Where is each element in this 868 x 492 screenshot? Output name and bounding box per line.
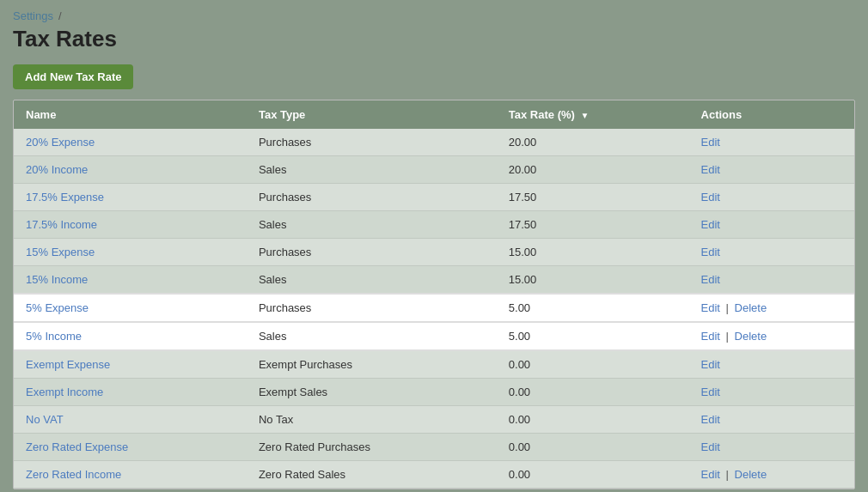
cell-actions: Edit [689,350,854,379]
table-row: 15% ExpensePurchases15.00Edit [14,239,854,266]
cell-tax-type: Zero Rated Purchases [247,434,497,461]
tax-rate-name-link[interactable]: 20% Expense [26,136,95,149]
tax-rates-table-container: Name Tax Type Tax Rate (%) ▼ Actions 20%… [13,100,855,489]
cell-tax-type: Sales [247,156,497,184]
cell-name: 17.5% Income [14,211,247,239]
table-row: 5% ExpensePurchases5.00Edit | Delete [14,294,854,322]
tax-rate-name-link[interactable]: 5% Income [26,330,82,343]
cell-actions: Edit [689,184,854,211]
cell-actions: Edit [689,266,854,295]
cell-name: 15% Expense [14,239,247,266]
cell-name: Zero Rated Expense [14,434,247,461]
cell-actions: Edit [689,239,854,266]
tax-rate-name-link[interactable]: 15% Income [26,273,88,286]
table-row: Exempt IncomeExempt Sales0.00Edit [14,379,854,406]
page-wrapper: Settings / Tax Rates Add New Tax Rate Na… [0,0,868,492]
column-header-actions: Actions [689,100,854,129]
breadcrumb-separator: / [58,9,62,22]
cell-name: Exempt Expense [14,350,247,379]
tax-rate-name-link[interactable]: Zero Rated Expense [26,440,128,453]
cell-tax-rate: 15.00 [497,239,689,266]
cell-actions: Edit [689,406,854,434]
action-edit-link[interactable]: Edit [701,468,720,481]
cell-tax-rate: 17.50 [497,184,689,211]
cell-tax-type: Exempt Purchases [247,350,497,379]
tax-rate-name-link[interactable]: 17.5% Expense [26,191,104,203]
action-edit-link[interactable]: Edit [701,358,720,371]
cell-name: 20% Expense [14,129,247,156]
cell-name: 15% Income [14,266,247,295]
action-separator: | [723,330,732,343]
cell-name: 20% Income [14,156,247,184]
action-delete-link[interactable]: Delete [735,330,767,343]
action-edit-link[interactable]: Edit [701,246,720,258]
table-row: 17.5% IncomeSales17.50Edit [14,211,854,239]
cell-tax-rate: 0.00 [497,461,689,489]
action-edit-link[interactable]: Edit [701,413,720,426]
cell-tax-rate: 0.00 [497,406,689,434]
tax-rate-name-link[interactable]: No VAT [26,413,64,426]
action-edit-link[interactable]: Edit [701,136,720,149]
cell-tax-rate: 5.00 [497,294,689,322]
table-row: 20% IncomeSales20.00Edit [14,156,854,184]
action-edit-link[interactable]: Edit [701,163,720,176]
action-edit-link[interactable]: Edit [701,440,720,453]
action-edit-link[interactable]: Edit [701,330,720,343]
action-separator: | [723,468,732,481]
tax-rate-name-link[interactable]: 20% Income [26,163,88,176]
cell-actions: Edit [689,129,854,156]
action-delete-link[interactable]: Delete [735,468,767,481]
tax-rate-name-link[interactable]: 5% Expense [26,301,89,314]
table-row: 15% IncomeSales15.00Edit [14,266,854,295]
cell-name: 5% Expense [14,294,247,322]
cell-tax-type: No Tax [247,406,497,434]
cell-tax-rate: 17.50 [497,211,689,239]
action-edit-link[interactable]: Edit [701,191,720,203]
cell-tax-rate: 0.00 [497,379,689,406]
cell-tax-type: Purchases [247,184,497,211]
add-new-tax-rate-button[interactable]: Add New Tax Rate [13,64,133,89]
action-separator: | [723,301,732,314]
tax-rate-name-link[interactable]: 15% Expense [26,246,95,258]
cell-tax-type: Purchases [247,129,497,156]
cell-actions: Edit | Delete [689,322,854,350]
action-edit-link[interactable]: Edit [701,273,720,286]
cell-tax-type: Purchases [247,239,497,266]
action-edit-link[interactable]: Edit [701,301,720,314]
breadcrumb-settings-link[interactable]: Settings [13,9,53,22]
cell-tax-rate: 15.00 [497,266,689,295]
cell-tax-type: Sales [247,211,497,239]
cell-name: 5% Income [14,322,247,350]
cell-tax-type: Purchases [247,294,497,322]
table-row: Exempt ExpenseExempt Purchases0.00Edit [14,350,854,379]
cell-tax-rate: 20.00 [497,129,689,156]
cell-tax-type: Sales [247,266,497,295]
tax-rate-name-link[interactable]: Zero Rated Income [26,468,121,481]
cell-name: No VAT [14,406,247,434]
tax-rates-table: Name Tax Type Tax Rate (%) ▼ Actions 20%… [14,100,854,489]
action-edit-link[interactable]: Edit [701,218,720,231]
table-row: Zero Rated ExpenseZero Rated Purchases0.… [14,434,854,461]
cell-tax-rate: 20.00 [497,156,689,184]
table-row: 20% ExpensePurchases20.00Edit [14,129,854,156]
cell-actions: Edit | Delete [689,461,854,489]
cell-tax-rate: 0.00 [497,434,689,461]
tax-rate-name-link[interactable]: Exempt Expense [26,358,110,371]
table-row: No VATNo Tax0.00Edit [14,406,854,434]
cell-tax-rate: 5.00 [497,322,689,350]
cell-name: Exempt Income [14,379,247,406]
cell-actions: Edit [689,379,854,406]
action-delete-link[interactable]: Delete [735,301,767,314]
action-edit-link[interactable]: Edit [701,386,720,398]
column-header-tax-type: Tax Type [247,100,497,129]
cell-tax-type: Zero Rated Sales [247,461,497,489]
cell-tax-type: Exempt Sales [247,379,497,406]
tax-rate-name-link[interactable]: 17.5% Income [26,218,97,231]
table-row: Zero Rated IncomeZero Rated Sales0.00Edi… [14,461,854,489]
breadcrumb: Settings / [13,9,855,22]
cell-tax-type: Sales [247,322,497,350]
column-header-tax-rate[interactable]: Tax Rate (%) ▼ [497,100,689,129]
tax-rate-name-link[interactable]: Exempt Income [26,386,103,398]
table-row: 5% IncomeSales5.00Edit | Delete [14,322,854,350]
sort-arrow-icon: ▼ [580,111,589,120]
